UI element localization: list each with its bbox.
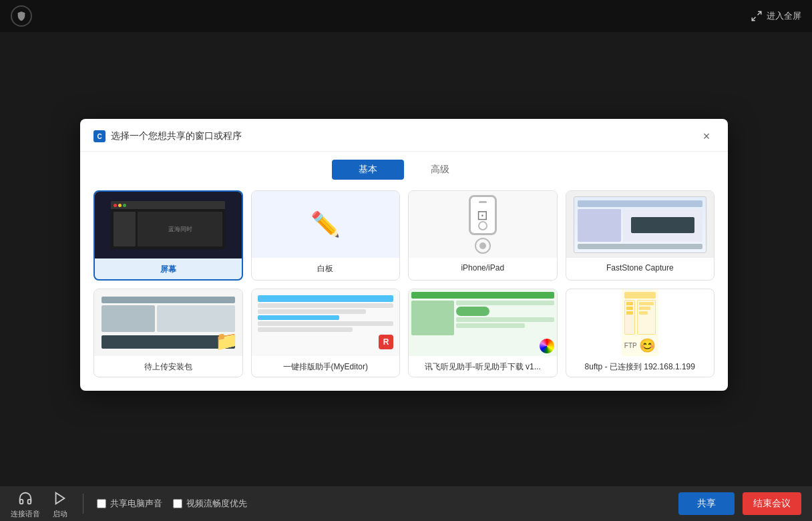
tab-advanced[interactable]: 高级	[404, 160, 476, 180]
video-smooth-checkbox[interactable]	[173, 499, 182, 508]
share-button[interactable]: 共享	[678, 492, 735, 515]
share-item-pending[interactable]: 📁 待上传安装包	[93, 289, 243, 377]
modal-title: 选择一个您想共享的窗口或程序	[111, 130, 242, 142]
share-item-whiteboard[interactable]: ✏️ 白板	[251, 190, 401, 281]
share-pc-sound-row: 共享电脑声音	[97, 498, 162, 510]
whiteboard-label: 白板	[252, 258, 400, 279]
modal-logo: C	[93, 130, 106, 142]
screen-label: 屏幕	[95, 258, 242, 279]
myeditor-thumbnail: R	[252, 289, 400, 356]
myeditor-icon: R	[379, 335, 393, 349]
iphone-label: iPhone/iPad	[409, 258, 557, 277]
taskbar-start[interactable]: 启动	[51, 489, 69, 519]
pending-label: 待上传安装包	[94, 356, 242, 377]
start-label: 启动	[53, 509, 67, 519]
share-pc-sound-label: 共享电脑声音	[110, 498, 162, 510]
share-item-iphone[interactable]: ⊡ iPhone/iPad	[408, 190, 558, 281]
faststone-label: FastStone Capture	[566, 258, 715, 277]
shield-icon	[11, 5, 32, 27]
fullscreen-button[interactable]: 进入全屏	[751, 10, 801, 22]
share-item-faststone[interactable]: FastStone Capture	[566, 190, 715, 281]
xunfei-thumbnail	[409, 289, 557, 356]
xunfei-icon	[540, 339, 554, 353]
modal-tabs: 基本 高级	[80, 152, 728, 190]
taskbar: 连接语音 启动 共享电脑声音 视频流畅度优先 共享 结束会议	[0, 486, 812, 521]
ftp-label: 8uftp - 已连接到 192.168.1.199	[566, 356, 715, 377]
svg-line-0	[758, 11, 761, 15]
video-smooth-label: 视频流畅度优先	[186, 498, 247, 510]
taskbar-left: 连接语音 启动 共享电脑声音 视频流畅度优先	[11, 489, 678, 519]
faststone-thumbnail	[566, 191, 715, 258]
folder-icon: 📁	[215, 330, 238, 352]
pencil-icon: ✏️	[311, 210, 341, 238]
taskbar-right: 共享 结束会议	[678, 492, 801, 515]
svg-line-1	[752, 17, 755, 21]
share-pc-sound-checkbox[interactable]	[97, 499, 106, 508]
video-smooth-row: 视频流畅度优先	[173, 498, 247, 510]
share-item-screen[interactable]: 蓝海同时 屏幕	[93, 190, 243, 281]
end-meeting-button[interactable]: 结束会议	[743, 492, 801, 515]
iphone-shape-icon: ⊡	[469, 195, 497, 235]
share-items-grid: 蓝海同时 屏幕 ✏️ 白板 ⊡	[80, 190, 728, 377]
dark-background	[0, 32, 812, 119]
tab-basic[interactable]: 基本	[332, 160, 404, 180]
xunfei-label: 讯飞听见助手-听见助手下载 v1...	[409, 356, 557, 377]
taskbar-connect-audio[interactable]: 连接语音	[11, 489, 40, 519]
headphone-icon	[16, 489, 35, 508]
fullscreen-label: 进入全屏	[767, 10, 801, 22]
modal-close-button[interactable]: ×	[698, 128, 715, 144]
modal-header: C 选择一个您想共享的窗口或程序 ×	[80, 119, 728, 152]
start-icon	[51, 489, 69, 508]
pending-thumbnail: 📁	[94, 289, 242, 356]
share-item-ftp[interactable]: FTP 😊 8uftp - 已连接到 192.168.1.199	[566, 289, 715, 377]
svg-marker-2	[56, 492, 65, 504]
whiteboard-thumbnail: ✏️	[252, 191, 400, 258]
share-item-myeditor[interactable]: R 一键排版助手(MyEditor)	[251, 289, 401, 377]
screen-thumbnail: 蓝海同时	[95, 192, 242, 258]
share-window-modal: C 选择一个您想共享的窗口或程序 × 基本 高级	[80, 119, 728, 391]
connect-audio-label: 连接语音	[11, 509, 40, 519]
ftp-thumbnail: FTP 😊	[566, 289, 715, 356]
modal-title-row: C 选择一个您想共享的窗口或程序	[93, 130, 242, 142]
iphone-thumbnail: ⊡	[409, 191, 557, 258]
share-item-xunfei[interactable]: 讯飞听见助手-听见助手下载 v1...	[408, 289, 558, 377]
myeditor-label: 一键排版助手(MyEditor)	[252, 356, 400, 377]
top-bar: 进入全屏	[0, 0, 812, 32]
